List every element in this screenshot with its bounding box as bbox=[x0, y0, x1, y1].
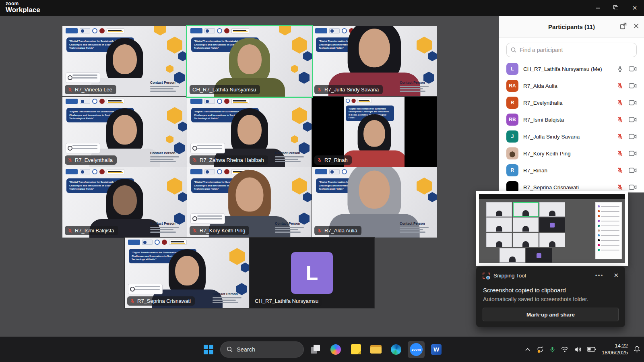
muted-mic-icon bbox=[68, 87, 72, 92]
participant-name: R7_Ismi Balqista bbox=[523, 117, 617, 123]
contact-block: Contact Person bbox=[275, 151, 308, 162]
participant-row[interactable]: L CH_R7_Lathifa Nursyamsu (Me) bbox=[499, 60, 644, 77]
tile-name-tag: R7_Alda Aulia bbox=[314, 226, 361, 235]
participant-name: R7_Ismi Balqista bbox=[75, 228, 114, 234]
toast-more-button[interactable]: ••• bbox=[595, 272, 604, 279]
participant-row[interactable]: R R7_Evelynthalia bbox=[499, 94, 644, 111]
toast-close-button[interactable]: ✕ bbox=[613, 272, 619, 279]
contact-block: Contact Person bbox=[400, 221, 433, 233]
participant-video bbox=[344, 113, 405, 167]
copilot-button[interactable] bbox=[327, 341, 344, 358]
find-participant-input[interactable] bbox=[506, 43, 637, 57]
participant-row[interactable]: RA R7_Alda Aulia bbox=[499, 77, 644, 94]
avatar: J bbox=[506, 130, 518, 143]
start-button[interactable] bbox=[200, 341, 217, 358]
mic-muted-icon bbox=[617, 167, 623, 174]
video-tile-active-speaker[interactable]: "Digital Transformation for Sustainable … bbox=[187, 26, 312, 97]
avatar: RB bbox=[506, 114, 518, 126]
mic-in-use-icon[interactable] bbox=[549, 346, 555, 353]
video-tile-camera-off[interactable]: L CH_R7_Lathifa Nursyamsu bbox=[250, 238, 374, 308]
avatar: RA bbox=[506, 80, 518, 92]
tile-name-tag: R7_Julfa Sindy Savana bbox=[314, 85, 383, 94]
participant-name: R7_Julfa Sindy Savana bbox=[523, 134, 617, 140]
windows-taskbar: Search zoom W 14:22 18/06/2025 z bbox=[0, 337, 644, 362]
video-tile[interactable]: "Digital Transformation for Sustainable … bbox=[125, 238, 250, 308]
sync-update-icon[interactable] bbox=[536, 345, 544, 354]
screenshot-preview-thumbnail[interactable] bbox=[476, 191, 628, 266]
contact-block: Contact Person bbox=[400, 81, 433, 92]
volume-icon[interactable] bbox=[574, 346, 582, 353]
mic-muted-icon bbox=[617, 83, 623, 89]
date-chip bbox=[128, 284, 163, 294]
video-tile[interactable]: "Digital Transformation for Sustainable … bbox=[62, 26, 187, 97]
video-tile[interactable]: "Digital Transformation for Sustainable … bbox=[187, 97, 312, 167]
tray-date: 18/06/2025 bbox=[602, 350, 628, 356]
participant-name: R7_Rinah bbox=[523, 168, 617, 174]
mic-muted-icon bbox=[617, 133, 623, 140]
edge-button[interactable] bbox=[388, 341, 405, 358]
conference-logos-icon bbox=[190, 99, 249, 104]
participant-row[interactable]: R7_Kory Keith Ping bbox=[499, 145, 644, 162]
video-on-icon bbox=[629, 66, 637, 72]
tray-clock[interactable]: 14:22 18/06/2025 bbox=[602, 343, 628, 356]
mic-muted-icon bbox=[617, 99, 623, 106]
video-on-icon bbox=[629, 151, 637, 156]
close-button[interactable]: ✕ bbox=[625, 0, 644, 16]
file-explorer-button[interactable] bbox=[367, 341, 384, 358]
video-tile[interactable]: "Digital Transformation for Sustainable … bbox=[312, 167, 437, 238]
tile-name-tag: CH_R7_Lathifa Nursyamsu bbox=[190, 85, 260, 94]
participant-name: R7_Seprina Crisnawati bbox=[523, 184, 617, 190]
toast-app-name: Snipping Tool bbox=[493, 273, 592, 279]
conference-logos-icon bbox=[128, 240, 187, 245]
zoom-workplace-logo: zoom Workplace bbox=[6, 1, 40, 13]
copilot-icon bbox=[330, 344, 341, 355]
logo-zoom: zoom bbox=[6, 1, 40, 6]
taskbar-search[interactable]: Search bbox=[220, 341, 304, 358]
video-tile[interactable]: "Digital Transformation for Sustainable … bbox=[312, 97, 437, 167]
portrait-video: "Digital Transformation for Sustainable … bbox=[344, 97, 405, 167]
participant-row[interactable]: RB R7_Ismi Balqista bbox=[499, 111, 644, 128]
participant-name: CH_R7_Lathifa Nursyamsu (Me) bbox=[523, 66, 617, 72]
participant-name: CH_R7_Lathifa Nursyamsu bbox=[192, 87, 256, 93]
task-view-button[interactable] bbox=[307, 341, 324, 358]
avatar: L bbox=[506, 63, 518, 75]
battery-icon[interactable] bbox=[587, 347, 597, 352]
restore-button[interactable] bbox=[607, 0, 625, 16]
video-tile[interactable]: "Digital Transformation for Sustainable … bbox=[62, 97, 187, 167]
muted-mic-icon bbox=[68, 157, 72, 163]
window-controls: ✕ bbox=[588, 0, 644, 16]
tray-chevron-up-icon[interactable] bbox=[524, 348, 531, 352]
participant-row[interactable]: J R7_Julfa Sindy Savana bbox=[499, 128, 644, 145]
video-tile[interactable]: "Digital Transformation for Sustainable … bbox=[312, 26, 437, 97]
mic-muted-icon bbox=[617, 184, 623, 190]
close-panel-icon[interactable] bbox=[633, 23, 639, 29]
tile-name-tag: R7_Vineeta Lee bbox=[65, 85, 116, 94]
minimize-button[interactable] bbox=[588, 0, 607, 16]
word-button[interactable]: W bbox=[428, 341, 445, 358]
mini-participants-panel bbox=[595, 202, 622, 259]
markup-and-share-button[interactable]: Mark-up and share bbox=[483, 308, 619, 321]
muted-mic-icon bbox=[192, 157, 197, 163]
wifi-icon[interactable] bbox=[561, 346, 569, 352]
conference-logos-icon bbox=[66, 28, 124, 33]
video-on-icon bbox=[629, 117, 637, 122]
muted-mic-icon bbox=[317, 228, 322, 233]
toast-message: Screenshot copied to clipboard bbox=[483, 287, 566, 294]
mic-muted-icon bbox=[617, 116, 623, 123]
contact-block: Contact Person bbox=[150, 151, 183, 162]
pop-out-icon[interactable] bbox=[620, 23, 627, 29]
conference-logos-icon bbox=[66, 99, 124, 104]
sticky-notes-button[interactable] bbox=[347, 341, 364, 358]
zoom-app-button-active[interactable]: zoom bbox=[408, 341, 425, 358]
video-tile[interactable]: "Digital Transformation for Sustainable … bbox=[62, 167, 187, 238]
participant-row[interactable]: R R7_Rinah bbox=[499, 162, 644, 179]
conference-logos-icon bbox=[190, 28, 249, 33]
snipping-tool-notification: Snipping Tool ••• ✕ Screenshot copied to… bbox=[476, 267, 625, 327]
video-tile[interactable]: "Digital Transformation for Sustainable … bbox=[187, 167, 312, 238]
window-titlebar: zoom Workplace ✕ bbox=[0, 0, 644, 16]
contact-block: Contact Person bbox=[213, 292, 246, 303]
tile-name-tag: R7_Zahwa Rheina Habibah bbox=[190, 155, 268, 165]
notification-bell-icon[interactable]: z bbox=[633, 345, 641, 353]
participant-name: CH_R7_Lathifa Nursyamsu bbox=[255, 298, 318, 304]
video-on-icon bbox=[629, 184, 637, 190]
